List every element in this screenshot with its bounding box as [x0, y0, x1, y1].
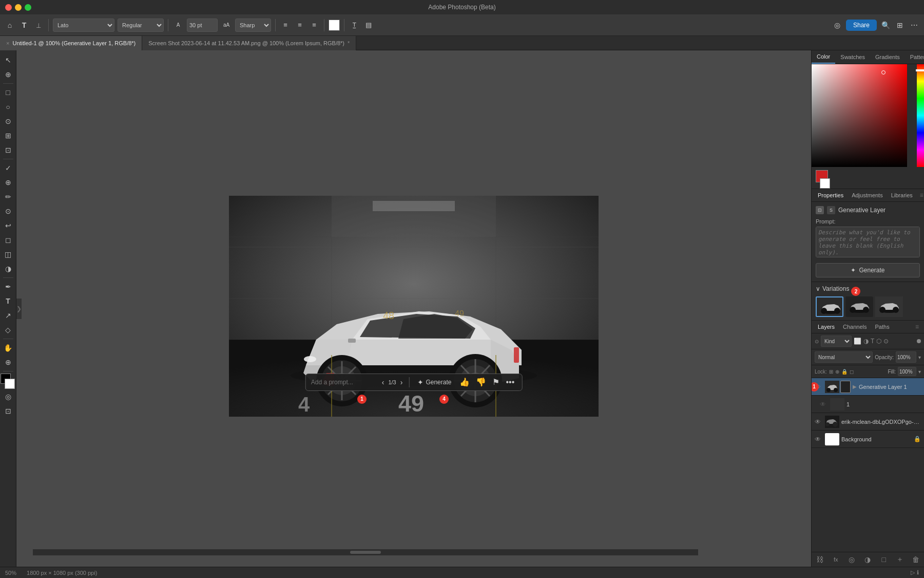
patterns-tab[interactable]: Patterns [905, 51, 924, 63]
libraries-tab[interactable]: Libraries [887, 189, 917, 201]
delete-layer-button[interactable]: 🗑 [911, 554, 921, 565]
layers-tab[interactable]: Layers [814, 321, 839, 333]
flag-button[interactable]: ⚑ [490, 376, 502, 388]
horizontal-scrollbar[interactable] [33, 549, 698, 555]
canvas-generate-button[interactable]: ✦ Generate [413, 376, 455, 388]
artboard-tool[interactable]: ⊕ [2, 68, 15, 81]
share-button[interactable]: Share [846, 20, 877, 31]
adjustments-tab[interactable]: Adjustments [848, 189, 887, 201]
new-layer-button[interactable]: ＋ [895, 554, 905, 565]
layer-visibility-icon-sub[interactable]: 👁 [820, 401, 828, 408]
font-family-select[interactable]: Lato [53, 18, 114, 32]
lasso-tool[interactable]: ○ [2, 100, 15, 114]
move-tool[interactable]: ↖ [2, 53, 15, 67]
eyedropper-tool[interactable]: ✓ [2, 161, 15, 175]
thumbs-up-button[interactable]: 👍 [457, 376, 472, 388]
crop-tool[interactable]: ⊞ [2, 129, 15, 142]
lock-transparency-icon[interactable]: ◻ [850, 369, 854, 375]
text-tool-icon[interactable]: T [18, 20, 30, 31]
lock-all-icon[interactable]: 🔒 [841, 369, 848, 375]
layer-kind-select[interactable]: Kind [821, 335, 852, 347]
filter-toggle[interactable] [917, 339, 921, 343]
fill-input[interactable] [898, 367, 916, 376]
close-button[interactable] [5, 4, 12, 11]
antialiasing-select[interactable]: Sharp [235, 18, 271, 32]
gradients-tab[interactable]: Gradients [870, 51, 905, 63]
dodge-tool[interactable]: ◑ [2, 262, 15, 275]
next-variation-button[interactable]: › [398, 377, 405, 387]
zoom-tool[interactable]: ⊕ [2, 356, 15, 369]
swatches-tab[interactable]: Swatches [835, 51, 870, 63]
search-icon[interactable]: 🔍 [880, 20, 891, 31]
variation-3[interactable] [875, 296, 903, 317]
add-style-button[interactable]: fx [831, 554, 841, 565]
layer-visibility-icon-photo[interactable]: 👁 [815, 418, 823, 425]
prompt-textarea[interactable] [816, 227, 920, 257]
minimize-button[interactable] [15, 4, 22, 11]
layer-mask-gen[interactable] [840, 381, 851, 393]
stamp-tool[interactable]: ⊙ [2, 204, 15, 218]
font-size-input[interactable] [187, 18, 218, 32]
quick-mask-toggle[interactable]: ◎ [2, 390, 15, 403]
marquee-tool[interactable]: □ [2, 86, 15, 99]
properties-tab[interactable]: Properties [814, 189, 848, 201]
color-selector[interactable] [1, 374, 16, 389]
shape-filter-icon[interactable]: ⬡ [876, 338, 881, 345]
variation-1[interactable] [816, 296, 843, 317]
layer-row-sub[interactable]: 👁 1 [812, 396, 924, 413]
layer-row-generative[interactable]: 1 👁 ▶ Gene [812, 378, 924, 396]
variations-collapse-icon[interactable]: ∨ [816, 285, 820, 292]
thumbs-down-button[interactable]: 👎 [474, 376, 488, 388]
lock-artboard-icon[interactable]: ⊕ [835, 369, 839, 375]
color-tab[interactable]: Color [812, 50, 835, 64]
layer-row-bg[interactable]: 👁 Background 🔒 [812, 431, 924, 448]
background-swatch[interactable] [820, 178, 830, 189]
home-icon[interactable]: ⌂ [4, 20, 15, 31]
tab-1[interactable]: × Untitled-1 @ 100% (Generative Layer 1,… [0, 36, 142, 50]
layers-panel-options-icon[interactable]: ≡ [912, 321, 922, 332]
opacity-stepper[interactable]: ▾ [918, 355, 921, 360]
adjust-filter-icon[interactable]: ◑ [863, 338, 869, 345]
add-adjustment-button[interactable]: ◑ [862, 554, 873, 565]
prev-variation-button[interactable]: ‹ [380, 377, 387, 387]
variation-2[interactable] [845, 296, 873, 317]
frame-tool[interactable]: ⊡ [2, 143, 15, 157]
more-actions-button[interactable]: ••• [504, 377, 516, 388]
eraser-tool[interactable]: ◻ [2, 233, 15, 247]
background-color[interactable] [5, 379, 15, 389]
maximize-button[interactable] [25, 4, 31, 11]
heal-tool[interactable]: ⊕ [2, 176, 15, 189]
more-options-icon[interactable]: ⋯ [909, 20, 920, 31]
blend-mode-select[interactable]: Normal [815, 351, 873, 363]
info-icon[interactable]: ℹ [917, 569, 919, 576]
layer-visibility-icon-bg[interactable]: 👁 [815, 436, 823, 443]
brush-tool[interactable]: ✏ [2, 190, 15, 203]
object-selection-tool[interactable]: ⊙ [2, 115, 15, 128]
tab-2[interactable]: Screen Shot 2023-06-14 at 11.42.53 AM.pn… [142, 36, 356, 50]
color-picker-area[interactable] [812, 64, 924, 189]
path-select-tool[interactable]: ↗ [2, 309, 15, 322]
fill-stepper[interactable]: ▾ [918, 369, 921, 375]
text-orient-icon[interactable]: ⟂ [33, 20, 44, 31]
new-group-button[interactable]: □ [879, 554, 889, 565]
timeline-icon[interactable]: ▷ [911, 569, 915, 576]
pixel-filter-icon[interactable]: ⬜ [854, 338, 861, 345]
text-filter-icon[interactable]: T [871, 338, 874, 345]
text-tool[interactable]: T [2, 294, 15, 308]
arrange-windows-icon[interactable]: ⊞ [894, 20, 906, 31]
hand-tool[interactable]: ✋ [2, 341, 15, 355]
layer-row-photo[interactable]: 👁 erik-mclean-dbLgODXOPgo-unsplash [812, 413, 924, 431]
smart-filter-icon[interactable]: ⊙ [883, 338, 889, 345]
warp-text-icon[interactable]: T̲ [349, 20, 360, 31]
opacity-input[interactable] [896, 351, 916, 363]
shape-tool[interactable]: ◇ [2, 323, 15, 337]
properties-options-icon[interactable]: ≡ [917, 190, 924, 201]
add-mask-button[interactable]: ◎ [846, 554, 857, 565]
font-style-select[interactable]: Regular [118, 18, 164, 32]
gradient-tool[interactable]: ◫ [2, 248, 15, 261]
generate-button[interactable]: ✦ Generate [816, 263, 920, 277]
pen-tool[interactable]: ✒ [2, 280, 15, 293]
link-layers-button[interactable]: ⛓ [815, 554, 825, 565]
history-brush-tool[interactable]: ↩ [2, 219, 15, 232]
hue-slider[interactable] [917, 64, 924, 167]
